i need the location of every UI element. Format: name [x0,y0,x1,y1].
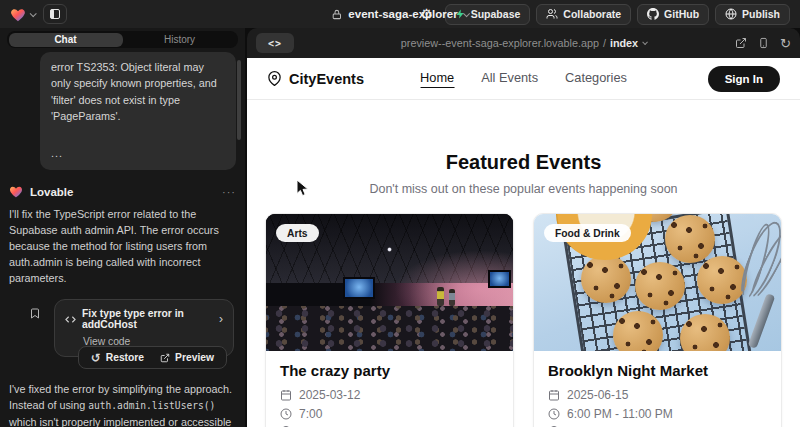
site-header: CityEvents Home All Events Categories Si… [247,58,800,100]
project-selector[interactable]: event-saga-explorer [331,8,468,20]
refresh-icon[interactable]: ↻ [780,37,791,50]
github-icon [647,8,659,20]
sidebar-scrollbar[interactable] [237,60,241,140]
message-ellipsis: ... [51,145,225,161]
collaborate-button[interactable]: Collaborate [536,4,631,25]
users-icon [546,8,558,20]
project-name: event-saga-explorer [348,8,457,20]
nav-all-events[interactable]: All Events [481,70,538,88]
category-badge: Arts [276,224,319,242]
event-image-cookies: Food & Drink [534,214,781,351]
tab-chat[interactable]: Chat [9,33,123,47]
event-time: 7:00 [299,407,322,421]
chevron-down-icon [30,10,37,17]
inline-code: auth.admin.listUsers() [88,400,215,411]
assistant-message-1: I'll fix the TypeScript error related to… [9,206,236,286]
globe-icon [725,8,737,20]
section-title: Featured Events [247,151,800,174]
mobile-view-icon[interactable] [758,37,769,49]
chevron-down-icon [642,39,648,45]
lovable-menu[interactable] [10,7,35,22]
event-title: The crazy party [280,362,499,379]
more-options-icon[interactable]: ··· [222,186,236,198]
event-card-2[interactable]: Food & Drink [533,213,782,427]
lovable-avatar-icon [9,185,23,198]
code-icon [65,314,76,325]
chevron-right-icon: › [219,313,223,325]
lock-icon [331,9,342,20]
assistant-message-2: I've fixed the error by simplifying the … [9,381,236,427]
user-message: error TS2353: Object literal may only sp… [40,52,236,170]
event-date: 2025-03-12 [299,388,360,402]
calendar-icon [548,389,560,401]
clock-icon [548,408,560,420]
open-external-icon[interactable] [735,37,747,49]
preview-urlbar: <> preview--event-saga-explorer.lovable.… [247,28,800,58]
featured-section-header: Featured Events Don't miss out on these … [247,151,800,196]
version-actions: ↺ Restore Preview [78,346,227,369]
site-brand[interactable]: CityEvents [267,71,364,87]
preview-panel: <> preview--event-saga-explorer.lovable.… [247,28,800,427]
code-view-toggle[interactable]: <> [256,33,294,53]
github-button[interactable]: GitHub [637,4,709,25]
nav-home[interactable]: Home [420,70,454,88]
user-message-text: error TS2353: Object literal may only sp… [51,59,225,125]
clock-icon [280,408,292,420]
sign-in-button[interactable]: Sign In [708,66,780,92]
event-date: 2025-06-15 [567,388,628,402]
event-time: 6:00 PM - 11:00 PM [567,407,673,421]
preview-button[interactable]: Preview [152,352,222,363]
chat-history-tabs: Chat History [7,31,238,48]
calendar-icon [280,389,292,401]
publish-button[interactable]: Publish [715,4,790,25]
sidebar-toggle-button[interactable] [43,4,67,24]
lovable-app-window: event-saga-explorer ⚙ Supabase Collabora… [0,0,800,427]
event-cards: Arts The crazy party [247,213,800,427]
chat-sidebar: Chat History error TS2353: Object litera… [0,28,245,427]
restore-icon: ↺ [91,352,101,364]
lovable-logo-icon [10,7,26,22]
tool-title: Fix type type error in addCoHost [82,308,213,330]
tab-history[interactable]: History [123,33,237,47]
assistant-name: Lovable [30,186,73,198]
event-card-1[interactable]: Arts The crazy party [265,213,514,427]
nav-categories[interactable]: Categories [565,70,627,88]
category-badge: Food & Drink [544,224,631,242]
restore-button[interactable]: ↺ Restore [83,352,152,364]
section-subtitle: Don't miss out on these popular events h… [247,182,800,196]
preview-icon [160,353,170,363]
bookmark-icon[interactable] [29,307,41,320]
url-selector[interactable]: preview--event-saga-explorer.lovable.app… [401,37,646,49]
panel-left-icon [49,8,61,20]
event-image-conference: Arts [266,214,513,351]
url-page: index [610,37,638,49]
map-pin-icon [267,71,282,86]
site-nav: Home All Events Categories [420,70,627,88]
event-title: Brooklyn Night Market [548,362,767,379]
topbar: event-saga-explorer ⚙ Supabase Collabora… [0,0,800,28]
site-content: CityEvents Home All Events Categories Si… [247,58,800,427]
url-host: preview--event-saga-explorer.lovable.app [401,37,599,49]
